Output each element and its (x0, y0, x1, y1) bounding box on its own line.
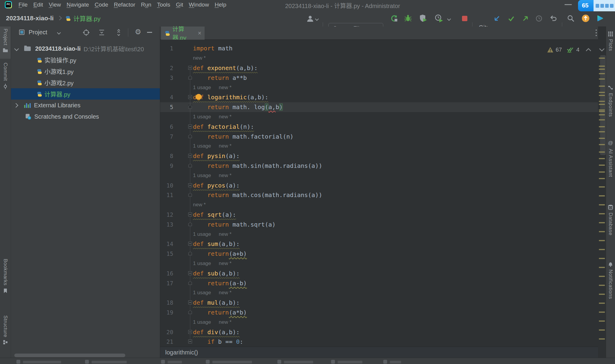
fold-collapse-icon[interactable] (188, 242, 192, 246)
warning-stripe-mark[interactable] (599, 131, 605, 132)
warning-stripe-mark[interactable] (599, 78, 605, 80)
code-vision-hint[interactable]: 1 usagenew * (160, 229, 598, 239)
warning-stripe-mark[interactable] (599, 258, 605, 259)
chevron-down-icon[interactable] (447, 17, 451, 21)
plugin-logo-icon[interactable] (596, 14, 604, 22)
code-line-3[interactable]: 3 return a**b (160, 73, 598, 83)
tool-window-button-plots[interactable]: Plots (606, 32, 615, 51)
warning-stripe-mark[interactable] (599, 312, 605, 313)
tool-window-button-project[interactable]: Project (0, 29, 11, 52)
fold-collapse-icon[interactable] (188, 154, 192, 158)
warning-stripe-mark[interactable] (599, 126, 605, 127)
fold-collapse-icon[interactable] (188, 183, 192, 187)
code-vision-hint[interactable]: new * (160, 53, 598, 63)
minimize-button[interactable] (565, 4, 572, 5)
warning-stripe-mark[interactable] (599, 171, 605, 173)
warning-stripe-mark[interactable] (599, 92, 605, 93)
chevron-down-icon[interactable] (14, 46, 19, 51)
tree-item-小游戏1.py[interactable]: 小游戏1.py (11, 66, 160, 77)
tab-calculator-py[interactable]: 计算器.py ✕ (161, 27, 205, 40)
menu-code[interactable]: Code (95, 1, 108, 8)
fold-end-icon[interactable] (188, 310, 192, 314)
fold-collapse-icon[interactable] (188, 330, 192, 334)
code-line-15[interactable]: 15 return(a+b) (160, 249, 598, 259)
menu-navigate[interactable]: Navigate (67, 1, 89, 8)
git-commit-icon[interactable] (508, 15, 515, 22)
warning-stripe-mark[interactable] (599, 119, 605, 120)
code-line-1[interactable]: 1import math (160, 44, 598, 53)
code-vision-hint[interactable]: 1 usagenew * (160, 288, 598, 298)
tree-item-计算器.py[interactable]: 计算器.py (11, 88, 160, 100)
warning-stripe-mark[interactable] (599, 165, 605, 166)
code-line-10[interactable]: 10def pycos(a): (160, 180, 598, 190)
tree-item-libs[interactable]: External Libraries (11, 100, 160, 111)
code-vision-hint[interactable]: 1 usagenew * (160, 83, 598, 92)
tree-item-scratches[interactable]: Scratches and Consoles (11, 111, 160, 122)
fold-end-icon[interactable] (188, 281, 192, 285)
menu-refactor[interactable]: Refactor (114, 1, 135, 8)
code-line-7[interactable]: 7 return math.factorial(n) (160, 131, 598, 141)
warning-stripe-mark[interactable] (599, 303, 605, 304)
git-update-icon[interactable] (493, 15, 500, 22)
inspections-widget[interactable]: 67 4 (547, 45, 605, 54)
project-panel-title[interactable]: Project (29, 29, 47, 36)
fold-collapse-icon[interactable] (188, 66, 192, 70)
prev-problem-chevron-icon[interactable] (585, 48, 592, 52)
code-line-4[interactable]: 4def logarithmic(a,b): (160, 92, 598, 102)
code-line-9[interactable]: 9 return math.sin(math.radians(a)) (160, 161, 598, 171)
fold-end-icon[interactable] (188, 163, 192, 168)
menu-tools[interactable]: Tools (157, 1, 170, 8)
breadcrumb-project[interactable]: 20234118-xiao-li (6, 15, 54, 22)
error-stripe[interactable] (598, 40, 606, 347)
tool-window-button-bookmarks[interactable]: Bookmarks (0, 259, 11, 293)
warning-stripe-mark[interactable] (599, 186, 605, 188)
warning-stripe-mark[interactable] (599, 222, 605, 223)
menu-git[interactable]: Git (176, 1, 183, 8)
fold-collapse-icon[interactable] (188, 125, 192, 128)
warning-stripe-mark[interactable] (599, 178, 605, 179)
code-line-14[interactable]: 14def sum(a,b): (160, 239, 598, 249)
fold-collapse-icon[interactable] (188, 340, 192, 343)
history-icon[interactable] (535, 15, 543, 22)
menu-view[interactable]: View (49, 1, 61, 8)
warning-stripe-mark[interactable] (599, 95, 605, 96)
rollback-icon[interactable] (549, 15, 557, 22)
fold-collapse-icon[interactable] (188, 271, 192, 275)
overlay-badge[interactable]: 65 (578, 0, 615, 11)
stop-button[interactable] (462, 16, 467, 21)
code-line-5[interactable]: 5 return math. log(a,b) (160, 102, 598, 112)
warning-stripe-mark[interactable] (599, 213, 605, 214)
code-editor[interactable]: 1import mathnew *2def exponent(a,b):3 re… (160, 40, 598, 347)
tree-item-root[interactable]: 20234118-xiao-liD:\2计算机基础\test\20 (11, 43, 160, 54)
code-line-18[interactable]: 18def mul(a,b): (160, 298, 598, 308)
tool-window-button-notifications[interactable]: Notifications (606, 262, 615, 299)
fold-end-icon[interactable] (188, 105, 192, 109)
code-line-21[interactable]: 21 if b == 0: (160, 337, 598, 347)
fold-end-icon[interactable] (188, 193, 192, 197)
warning-stripe-mark[interactable] (599, 204, 605, 205)
warning-stripe-mark[interactable] (599, 338, 605, 340)
warning-stripe-mark[interactable] (599, 158, 605, 159)
tree-item-实验操作.py[interactable]: 实验操作.py (11, 54, 160, 66)
locate-file-icon[interactable] (83, 29, 90, 36)
menu-help[interactable]: Help (215, 1, 226, 8)
fold-collapse-icon[interactable] (188, 95, 192, 99)
tool-window-button-endpoints[interactable]: Endpoints (606, 85, 615, 117)
next-problem-chevron-icon[interactable] (599, 48, 605, 52)
breadcrumb-file[interactable]: 计算器.py (73, 14, 101, 23)
profiler-button[interactable] (435, 14, 444, 22)
warning-stripe-mark[interactable] (599, 109, 605, 111)
chevron-down-icon[interactable] (315, 17, 319, 21)
warning-stripe-mark[interactable] (599, 195, 605, 196)
breadcrumb-function[interactable]: logarithmic() (165, 349, 198, 356)
warning-stripe-mark[interactable] (599, 151, 605, 153)
rerun-button[interactable] (390, 14, 398, 23)
close-tab-icon[interactable]: ✕ (198, 30, 202, 36)
debug-button[interactable] (404, 14, 412, 22)
warning-stripe-mark[interactable] (599, 294, 605, 295)
code-line-20[interactable]: 20def div(a,b): (160, 327, 598, 337)
warning-stripe-mark[interactable] (599, 101, 605, 102)
code-vision-hint[interactable]: new * (160, 200, 598, 210)
tab-options-kebab-icon[interactable] (596, 30, 597, 31)
fold-collapse-icon[interactable] (188, 301, 192, 304)
